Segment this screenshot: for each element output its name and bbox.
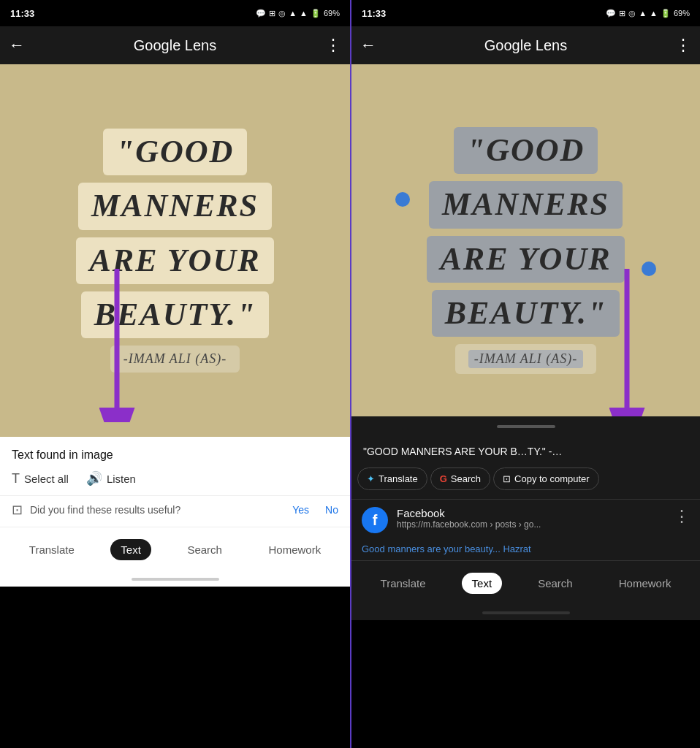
select-all-button[interactable]: T Select all — [12, 471, 69, 486]
image-area-left: "GOOD MANNERS ARE YOUR BEAUTY." -IMAM AL… — [0, 64, 350, 437]
quote-line1-left: "GOOD — [116, 134, 235, 169]
text-label-left: Text — [121, 543, 141, 556]
app-title-right: Google Lens — [387, 37, 665, 54]
copy-chip-label: Copy to computer — [514, 473, 590, 484]
facebook-content: Facebook https://m.facebook.com › posts … — [397, 507, 665, 530]
wifi-icon: ▲ — [300, 9, 308, 18]
right-phone-panel: 11:33 💬 ⊞ ◎ ▲ ▲ 🔋 69% ← Google Lens ⋮ "G… — [350, 0, 700, 748]
home-bar-right — [482, 611, 570, 614]
search-chip-label: Search — [451, 473, 481, 484]
action-buttons-row: ✦ Translate G Search ⊡ Copy to computer — [351, 465, 700, 499]
quote-box-author-r: -IMAM ALI (AS)- — [455, 344, 597, 374]
status-time-left: 11:33 — [10, 8, 34, 19]
quote-line1-right: "GOOD — [467, 133, 585, 168]
select-all-label: Select all — [24, 473, 69, 485]
homework-label-left: Homework — [269, 543, 322, 556]
feedback-question: Did you find these results useful? — [30, 504, 285, 516]
back-button-right[interactable]: ← — [360, 36, 387, 55]
quote-line4-right: BEAUTY." — [445, 296, 607, 331]
listen-icon: 🔊 — [86, 470, 102, 486]
battery-pct-left: 69% — [324, 9, 340, 18]
quote-box-areyour: ARE YOUR — [76, 237, 273, 284]
status-icons-right: 💬 ⊞ ◎ ▲ ▲ 🔋 69% — [606, 9, 690, 18]
message-icon-r: 💬 — [606, 9, 616, 18]
text-label-right: Text — [472, 577, 492, 589]
listen-button[interactable]: 🔊 Listen — [86, 470, 136, 486]
search-chip[interactable]: G Search — [430, 468, 490, 490]
nav-homework-left[interactable]: Homework — [259, 539, 332, 560]
facebook-title: Facebook — [397, 507, 665, 519]
quote-line3-left: ARE YOUR — [89, 243, 260, 278]
action-row-left: T Select all 🔊 Listen — [0, 468, 350, 495]
left-phone-panel: 11:33 💬 ⊞ ◎ ▲ ▲ 🔋 69% ← Google Lens ⋮ "G… — [0, 0, 350, 748]
quote-box-manners: MANNERS — [78, 183, 272, 229]
status-bar-left: 11:33 💬 ⊞ ◎ ▲ ▲ 🔋 69% — [0, 0, 350, 26]
status-icons-left: 💬 ⊞ ◎ ▲ ▲ 🔋 69% — [256, 9, 340, 18]
quote-line2-right: MANNERS — [442, 187, 609, 222]
selected-text-preview: "GOOD MANNERS ARE YOUR B…TY." -… — [351, 437, 700, 465]
quote-line2-left: MANNERS — [91, 188, 259, 224]
search-label-right: Search — [538, 577, 573, 589]
screenshot-icon-r: ⊞ — [619, 9, 625, 18]
homework-label-right: Homework — [619, 577, 672, 589]
feedback-row: ⊡ Did you find these results useful? Yes… — [0, 495, 350, 527]
selection-handle-bottom-right[interactable] — [642, 262, 656, 276]
feedback-icon: ⊡ — [12, 502, 23, 518]
quote-author-left: -IMAM ALI (AS)- — [123, 351, 227, 367]
facebook-more-button[interactable]: ⋮ — [674, 507, 690, 526]
quote-box-manners-r: MANNERS — [429, 181, 623, 228]
nav-translate-right[interactable]: Translate — [370, 573, 436, 594]
bottom-panel-left: Text found in image T Select all 🔊 Liste… — [0, 437, 350, 527]
top-bar-right: ← Google Lens ⋮ — [351, 26, 700, 64]
copy-chip[interactable]: ⊡ Copy to computer — [493, 468, 599, 490]
nav-search-right[interactable]: Search — [528, 573, 583, 594]
signal-icon: ▲ — [289, 9, 297, 18]
bottom-nav-left: Translate Text Search Homework — [0, 527, 350, 572]
text-icon: T — [12, 471, 20, 486]
screenshot-icon: ⊞ — [269, 9, 275, 18]
status-time-right: 11:33 — [362, 8, 386, 19]
battery-icon-r: 🔋 — [661, 9, 671, 18]
nav-translate-left[interactable]: Translate — [19, 539, 85, 560]
feedback-yes-button[interactable]: Yes — [292, 504, 309, 516]
facebook-snippet[interactable]: Good manners are your beauty... Hazrat — [351, 541, 700, 560]
bottom-panel-right: "GOOD MANNERS ARE YOUR B…TY." -… ✦ Trans… — [351, 437, 700, 560]
status-bar-right: 11:33 💬 ⊞ ◎ ▲ ▲ 🔋 69% — [351, 0, 700, 26]
top-bar-left: ← Google Lens ⋮ — [0, 26, 350, 64]
translate-chip[interactable]: ✦ Translate — [357, 468, 427, 490]
nav-homework-right[interactable]: Homework — [609, 573, 682, 594]
vpn-icon-r: ◎ — [628, 9, 636, 18]
more-button-left[interactable]: ⋮ — [315, 36, 341, 55]
feedback-no-button[interactable]: No — [325, 504, 338, 516]
wifi-icon-r: ▲ — [650, 9, 658, 18]
translate-label-right: Translate — [381, 577, 426, 589]
nav-search-left[interactable]: Search — [177, 539, 232, 560]
app-title-left: Google Lens — [35, 37, 315, 54]
search-label-left: Search — [187, 543, 222, 556]
quote-box-areyour-r: ARE YOUR — [427, 236, 624, 283]
nav-text-right[interactable]: Text — [462, 573, 503, 594]
phone-chin — [351, 416, 700, 437]
quote-box-author: -IMAM ALI (AS)- — [110, 346, 240, 373]
chin-bar — [497, 425, 555, 428]
vpn-icon: ◎ — [278, 9, 286, 18]
bottom-nav-right: Translate Text Search Homework — [351, 560, 700, 606]
home-bar-left — [132, 578, 219, 581]
translate-label-left: Translate — [29, 543, 75, 556]
text-found-label: Text found in image — [0, 437, 350, 468]
quote-container-left: "GOOD MANNERS ARE YOUR BEAUTY." -IMAM AL… — [61, 114, 288, 388]
signal-icon-r: ▲ — [639, 9, 647, 18]
quote-author-right: -IMAM ALI (AS)- — [468, 350, 584, 368]
listen-label: Listen — [107, 473, 136, 485]
battery-icon: 🔋 — [311, 9, 321, 18]
image-area-right: "GOOD MANNERS ARE YOUR BEAUTY." -IMAM AL… — [351, 64, 700, 437]
translate-chip-label: Translate — [378, 473, 418, 484]
quote-container-right: "GOOD MANNERS ARE YOUR BEAUTY." -IMAM AL… — [412, 112, 639, 389]
facebook-icon: f — [362, 507, 388, 533]
quote-box-good: "GOOD — [103, 129, 248, 175]
message-icon: 💬 — [256, 9, 266, 18]
back-button-left[interactable]: ← — [9, 36, 35, 55]
nav-text-left[interactable]: Text — [110, 539, 151, 560]
selection-handle-top-left[interactable] — [395, 192, 410, 207]
more-button-right[interactable]: ⋮ — [665, 36, 691, 55]
